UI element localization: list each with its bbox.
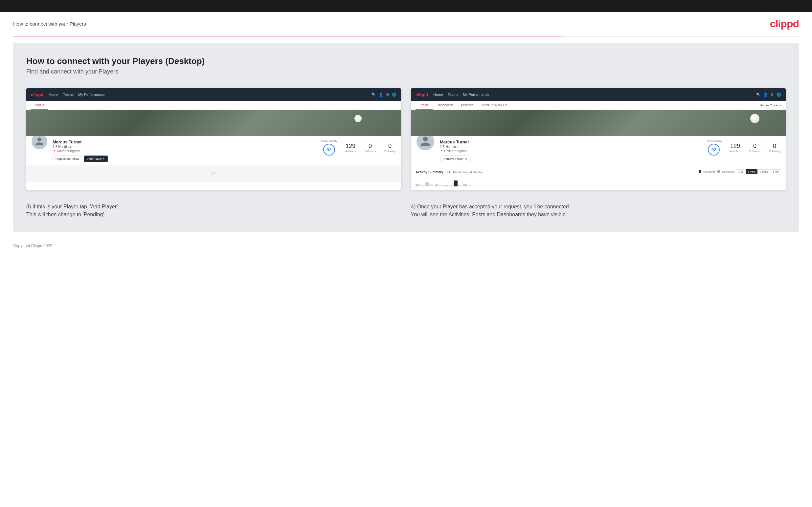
screenshot-lower-left: ✂ bbox=[26, 165, 401, 182]
top-bar bbox=[0, 0, 812, 12]
tab-profile-right[interactable]: Profile bbox=[415, 101, 433, 110]
stat-activities-right: 129 Activities bbox=[728, 143, 742, 153]
bar-on-5 bbox=[454, 180, 458, 186]
nav-icons-left: 🔍 👤 ⚙ 🌐 bbox=[371, 93, 397, 97]
globe-icon-left: 🌐 bbox=[392, 93, 397, 97]
search-icon-right[interactable]: 🔍 bbox=[756, 93, 761, 97]
bar-group-3 bbox=[435, 184, 443, 186]
time-btn-1yr[interactable]: 1 yr bbox=[737, 169, 745, 174]
bar-group-2 bbox=[425, 182, 433, 186]
search-icon-left[interactable]: 🔍 bbox=[371, 93, 376, 97]
app-navbar-left: clippd Home Teams My Performance 🔍 👤 ⚙ 🌐 bbox=[26, 88, 401, 101]
activity-subtitle: Monthly Activity · 6 Months bbox=[447, 171, 483, 174]
settings-icon-left[interactable]: ⚙ bbox=[386, 93, 389, 97]
tabs-left: Profile bbox=[26, 101, 401, 110]
page-header: How to connect with your Players clippd bbox=[0, 12, 812, 36]
screenshots-row: clippd Home Teams My Performance 🔍 👤 ⚙ 🌐… bbox=[26, 88, 786, 190]
quality-circle-left: 92 bbox=[323, 144, 335, 156]
user-icon-right[interactable]: 👤 bbox=[763, 93, 768, 97]
activity-summary: Activity Summary Monthly Activity · 6 Mo… bbox=[411, 165, 786, 190]
profile-name-right: Marcus Turner bbox=[440, 139, 701, 145]
profile-name-left: Marcus Turner bbox=[53, 139, 316, 145]
add-player-button[interactable]: Add Player + bbox=[84, 156, 108, 162]
stats-row-left: Player Quality 92 129 Activities 0 Follo… bbox=[321, 139, 397, 156]
activity-bars bbox=[415, 177, 781, 186]
profile-info-left: Marcus Turner 1-5 Handicap 📍 United King… bbox=[53, 139, 316, 162]
user-label-right: Marcus Turner ▾ bbox=[759, 104, 781, 107]
screenshot-left: clippd Home Teams My Performance 🔍 👤 ⚙ 🌐… bbox=[26, 88, 401, 190]
bar-on-1 bbox=[415, 184, 419, 186]
page-footer: Copyright Clippd 2022 bbox=[0, 238, 812, 253]
description-left: 3) If this is your Player tap, 'Add Play… bbox=[26, 203, 401, 219]
tab-activities-right[interactable]: Activities bbox=[457, 101, 477, 110]
bar-off-3 bbox=[439, 185, 443, 186]
legend-on-course bbox=[699, 170, 701, 173]
stat-following-right: 0 Following bbox=[768, 143, 781, 153]
location-pin-icon-right: 📍 bbox=[440, 150, 443, 153]
nav-home-right[interactable]: Home bbox=[433, 93, 443, 97]
location-pin-icon-left: 📍 bbox=[53, 150, 56, 153]
clippd-logo: clippd bbox=[770, 18, 799, 30]
user-icon-left[interactable]: 👤 bbox=[379, 93, 383, 97]
bar-off-4 bbox=[448, 185, 452, 186]
stat-following-left: 0 Following bbox=[383, 143, 397, 153]
golf-banner-left bbox=[26, 110, 401, 136]
bar-on-2 bbox=[425, 182, 429, 186]
screenshot-right: clippd Home Teams My Performance 🔍 👤 ⚙ 🌐… bbox=[411, 88, 786, 190]
tab-what-to-work-on-right[interactable]: What To Work On bbox=[477, 101, 511, 110]
bar-group-1 bbox=[415, 184, 424, 186]
profile-location-left: 📍 United Kingdom bbox=[53, 149, 316, 153]
profile-info-right: Marcus Turner 1-5 Handicap 📍 United King… bbox=[440, 139, 701, 162]
quality-circle-right: 92 bbox=[708, 144, 720, 156]
stat-activities-left: 129 Activities bbox=[344, 143, 357, 153]
remove-player-button[interactable]: Remove Player ✕ bbox=[440, 156, 471, 162]
stat-followers-right: 0 Followers bbox=[748, 143, 761, 153]
golf-ball-right bbox=[750, 114, 759, 123]
nav-performance-right[interactable]: My Performance bbox=[463, 93, 490, 97]
bar-off-6 bbox=[467, 185, 471, 186]
activity-header: Activity Summary Monthly Activity · 6 Mo… bbox=[415, 169, 781, 175]
profile-handicap-left: 1-5 Handicap bbox=[53, 145, 316, 149]
plus-icon: + bbox=[103, 157, 104, 161]
copyright-text: Copyright Clippd 2022 bbox=[13, 243, 52, 248]
time-btn-1mth[interactable]: 1 mth bbox=[771, 169, 781, 174]
profile-section-left: Marcus Turner 1-5 Handicap 📍 United King… bbox=[26, 136, 401, 165]
profile-handicap-right: 1-5 Handicap bbox=[440, 145, 701, 149]
nav-teams-left[interactable]: Teams bbox=[63, 93, 73, 97]
app-logo-right: clippd bbox=[415, 92, 428, 97]
nav-performance-left[interactable]: My Performance bbox=[78, 93, 105, 97]
bar-on-3 bbox=[435, 184, 439, 186]
bar-on-6 bbox=[463, 184, 467, 186]
globe-icon-right: 🌐 bbox=[776, 93, 781, 97]
bar-off-2 bbox=[429, 184, 433, 186]
profile-location-right: 📍 United Kingdom bbox=[440, 149, 701, 153]
request-follow-button[interactable]: Request to Follow bbox=[53, 156, 82, 162]
stat-followers-left: 0 Followers bbox=[364, 143, 377, 153]
player-quality-left: Player Quality 92 bbox=[321, 139, 337, 156]
bar-off-5 bbox=[458, 185, 462, 186]
activity-legend: On course Off course bbox=[699, 170, 734, 173]
main-content: How to connect with your Players (Deskto… bbox=[13, 43, 799, 232]
header-divider bbox=[13, 36, 799, 37]
bar-group-5 bbox=[454, 180, 462, 186]
tabs-left-group-right: Profile Dashboard Activities What To Wor… bbox=[415, 101, 511, 110]
bar-on-4 bbox=[444, 185, 448, 186]
time-btn-3mths[interactable]: 3 mths bbox=[758, 169, 770, 174]
tab-profile-left[interactable]: Profile bbox=[31, 101, 48, 110]
scissors-icon: ✂ bbox=[211, 170, 216, 177]
bar-off-1 bbox=[420, 185, 424, 186]
main-title: How to connect with your Players (Deskto… bbox=[26, 56, 786, 66]
nav-icons-right: 🔍 👤 ⚙ 🌐 bbox=[756, 93, 781, 97]
settings-icon-right[interactable]: ⚙ bbox=[771, 93, 774, 97]
tab-dashboard-right[interactable]: Dashboard bbox=[433, 101, 457, 110]
nav-teams-right[interactable]: Teams bbox=[448, 93, 458, 97]
profile-buttons-left: Request to Follow Add Player + bbox=[53, 156, 316, 162]
activity-controls: On course Off course 1 yr 6 mths 3 mths … bbox=[699, 169, 781, 174]
nav-home-left[interactable]: Home bbox=[49, 93, 58, 97]
close-icon-remove: ✕ bbox=[465, 158, 467, 161]
time-btn-6mths[interactable]: 6 mths bbox=[746, 169, 757, 174]
golf-banner-inner-right bbox=[411, 110, 786, 136]
description-text-right: 4) Once your Player has accepted your re… bbox=[411, 203, 786, 219]
main-subtitle: Find and connect with your Players bbox=[26, 68, 786, 75]
golf-ball-left bbox=[354, 115, 362, 122]
